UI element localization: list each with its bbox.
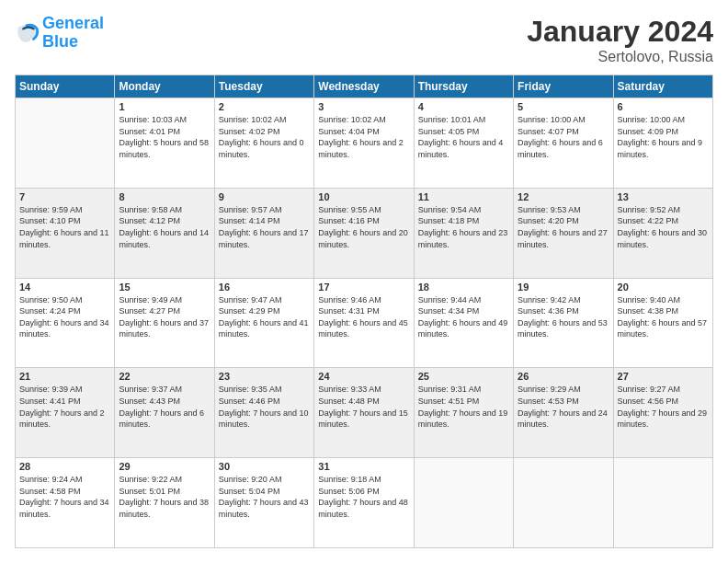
logo: General Blue <box>15 15 104 52</box>
day-number: 29 <box>119 461 210 472</box>
calendar-day-cell: 18Sunrise: 9:44 AMSunset: 4:34 PMDayligh… <box>414 278 513 368</box>
calendar-day-cell <box>514 458 613 548</box>
calendar-day-cell: 5Sunrise: 10:00 AMSunset: 4:07 PMDayligh… <box>514 98 613 189</box>
day-info: Sunrise: 9:55 AMSunset: 4:16 PMDaylight:… <box>318 204 409 250</box>
day-info: Sunrise: 9:57 AMSunset: 4:14 PMDaylight:… <box>219 204 310 250</box>
day-info: Sunrise: 10:03 AMSunset: 4:01 PMDaylight… <box>119 114 210 160</box>
col-thursday: Thursday <box>414 75 513 98</box>
day-number: 15 <box>119 282 210 293</box>
day-info: Sunrise: 10:02 AMSunset: 4:04 PMDaylight… <box>318 114 409 160</box>
day-info: Sunrise: 9:35 AMSunset: 4:46 PMDaylight:… <box>219 384 310 430</box>
day-number: 22 <box>119 371 210 382</box>
day-info: Sunrise: 9:50 AMSunset: 4:24 PMDaylight:… <box>19 294 110 340</box>
day-number: 3 <box>318 101 409 112</box>
day-info: Sunrise: 9:58 AMSunset: 4:12 PMDaylight:… <box>119 204 210 250</box>
calendar-day-cell: 4Sunrise: 10:01 AMSunset: 4:05 PMDayligh… <box>414 98 513 189</box>
calendar-day-cell: 7Sunrise: 9:59 AMSunset: 4:10 PMDaylight… <box>16 188 115 278</box>
day-number: 12 <box>518 191 609 202</box>
calendar-day-cell: 17Sunrise: 9:46 AMSunset: 4:31 PMDayligh… <box>314 278 414 368</box>
day-info: Sunrise: 9:59 AMSunset: 4:10 PMDaylight:… <box>19 204 110 250</box>
calendar-day-cell: 28Sunrise: 9:24 AMSunset: 4:58 PMDayligh… <box>16 458 115 548</box>
day-info: Sunrise: 9:22 AMSunset: 5:01 PMDaylight:… <box>119 474 210 520</box>
day-info: Sunrise: 9:54 AMSunset: 4:18 PMDaylight:… <box>418 204 509 250</box>
day-number: 17 <box>318 282 409 293</box>
day-info: Sunrise: 9:40 AMSunset: 4:38 PMDaylight:… <box>618 294 709 340</box>
calendar-week-row: 7Sunrise: 9:59 AMSunset: 4:10 PMDaylight… <box>16 188 713 278</box>
day-info: Sunrise: 9:37 AMSunset: 4:43 PMDaylight:… <box>119 384 210 430</box>
calendar-header-row: Sunday Monday Tuesday Wednesday Thursday… <box>16 75 713 98</box>
day-info: Sunrise: 10:01 AMSunset: 4:05 PMDaylight… <box>418 114 509 160</box>
day-number: 26 <box>518 371 609 382</box>
calendar-day-cell: 23Sunrise: 9:35 AMSunset: 4:46 PMDayligh… <box>214 368 313 458</box>
day-number: 5 <box>518 101 609 112</box>
day-number: 19 <box>518 282 609 293</box>
calendar-day-cell: 14Sunrise: 9:50 AMSunset: 4:24 PMDayligh… <box>16 278 115 368</box>
day-info: Sunrise: 9:39 AMSunset: 4:41 PMDaylight:… <box>19 384 110 430</box>
day-number: 10 <box>318 191 409 202</box>
page: General Blue January 2024 Sertolovo, Rus… <box>0 0 728 563</box>
calendar-day-cell <box>16 98 115 189</box>
logo-line2: Blue <box>42 32 78 51</box>
title-block: January 2024 Sertolovo, Russia <box>527 15 713 65</box>
calendar-day-cell: 1Sunrise: 10:03 AMSunset: 4:01 PMDayligh… <box>115 98 214 189</box>
col-friday: Friday <box>514 75 613 98</box>
day-info: Sunrise: 10:00 AMSunset: 4:09 PMDaylight… <box>618 114 709 160</box>
logo-line1: General <box>42 14 104 32</box>
logo-icon <box>15 20 40 46</box>
day-number: 31 <box>318 461 409 472</box>
day-number: 28 <box>19 461 110 472</box>
calendar-day-cell: 11Sunrise: 9:54 AMSunset: 4:18 PMDayligh… <box>414 188 513 278</box>
calendar-day-cell <box>613 458 712 548</box>
day-number: 1 <box>119 101 210 112</box>
day-number: 4 <box>418 101 509 112</box>
day-number: 9 <box>219 191 310 202</box>
calendar-day-cell: 15Sunrise: 9:49 AMSunset: 4:27 PMDayligh… <box>115 278 214 368</box>
calendar-day-cell: 30Sunrise: 9:20 AMSunset: 5:04 PMDayligh… <box>214 458 313 548</box>
day-number: 2 <box>219 101 310 112</box>
day-info: Sunrise: 9:42 AMSunset: 4:36 PMDaylight:… <box>518 294 609 340</box>
calendar-week-row: 28Sunrise: 9:24 AMSunset: 4:58 PMDayligh… <box>16 458 713 548</box>
calendar-day-cell: 29Sunrise: 9:22 AMSunset: 5:01 PMDayligh… <box>115 458 214 548</box>
day-number: 23 <box>219 371 310 382</box>
day-info: Sunrise: 9:47 AMSunset: 4:29 PMDaylight:… <box>219 294 310 340</box>
col-saturday: Saturday <box>613 75 712 98</box>
calendar-day-cell: 19Sunrise: 9:42 AMSunset: 4:36 PMDayligh… <box>514 278 613 368</box>
calendar-day-cell: 31Sunrise: 9:18 AMSunset: 5:06 PMDayligh… <box>314 458 414 548</box>
day-info: Sunrise: 9:24 AMSunset: 4:58 PMDaylight:… <box>19 474 110 520</box>
day-number: 14 <box>19 282 110 293</box>
day-info: Sunrise: 9:49 AMSunset: 4:27 PMDaylight:… <box>119 294 210 340</box>
calendar-title: January 2024 <box>527 15 713 49</box>
logo-text: General Blue <box>42 15 104 52</box>
calendar-day-cell: 8Sunrise: 9:58 AMSunset: 4:12 PMDaylight… <box>115 188 214 278</box>
calendar-day-cell: 26Sunrise: 9:29 AMSunset: 4:53 PMDayligh… <box>514 368 613 458</box>
calendar-subtitle: Sertolovo, Russia <box>527 49 713 65</box>
calendar-day-cell: 10Sunrise: 9:55 AMSunset: 4:16 PMDayligh… <box>314 188 414 278</box>
calendar-day-cell: 20Sunrise: 9:40 AMSunset: 4:38 PMDayligh… <box>613 278 712 368</box>
day-number: 16 <box>219 282 310 293</box>
calendar-day-cell: 12Sunrise: 9:53 AMSunset: 4:20 PMDayligh… <box>514 188 613 278</box>
day-number: 25 <box>418 371 509 382</box>
col-monday: Monday <box>115 75 214 98</box>
day-number: 21 <box>19 371 110 382</box>
col-wednesday: Wednesday <box>314 75 414 98</box>
calendar-day-cell: 13Sunrise: 9:52 AMSunset: 4:22 PMDayligh… <box>613 188 712 278</box>
header: General Blue January 2024 Sertolovo, Rus… <box>15 15 713 65</box>
day-number: 11 <box>418 191 509 202</box>
day-info: Sunrise: 9:33 AMSunset: 4:48 PMDaylight:… <box>318 384 409 430</box>
day-info: Sunrise: 9:31 AMSunset: 4:51 PMDaylight:… <box>418 384 509 430</box>
day-info: Sunrise: 10:02 AMSunset: 4:02 PMDaylight… <box>219 114 310 160</box>
day-number: 20 <box>618 282 709 293</box>
calendar-week-row: 1Sunrise: 10:03 AMSunset: 4:01 PMDayligh… <box>16 98 713 189</box>
calendar-week-row: 14Sunrise: 9:50 AMSunset: 4:24 PMDayligh… <box>16 278 713 368</box>
day-info: Sunrise: 9:46 AMSunset: 4:31 PMDaylight:… <box>318 294 409 340</box>
calendar-day-cell: 9Sunrise: 9:57 AMSunset: 4:14 PMDaylight… <box>214 188 313 278</box>
calendar-day-cell: 2Sunrise: 10:02 AMSunset: 4:02 PMDayligh… <box>214 98 313 189</box>
calendar-week-row: 21Sunrise: 9:39 AMSunset: 4:41 PMDayligh… <box>16 368 713 458</box>
day-info: Sunrise: 9:44 AMSunset: 4:34 PMDaylight:… <box>418 294 509 340</box>
col-sunday: Sunday <box>16 75 115 98</box>
day-number: 27 <box>618 371 709 382</box>
day-info: Sunrise: 9:18 AMSunset: 5:06 PMDaylight:… <box>318 474 409 520</box>
day-info: Sunrise: 10:00 AMSunset: 4:07 PMDaylight… <box>518 114 609 160</box>
day-number: 18 <box>418 282 509 293</box>
day-info: Sunrise: 9:20 AMSunset: 5:04 PMDaylight:… <box>219 474 310 520</box>
